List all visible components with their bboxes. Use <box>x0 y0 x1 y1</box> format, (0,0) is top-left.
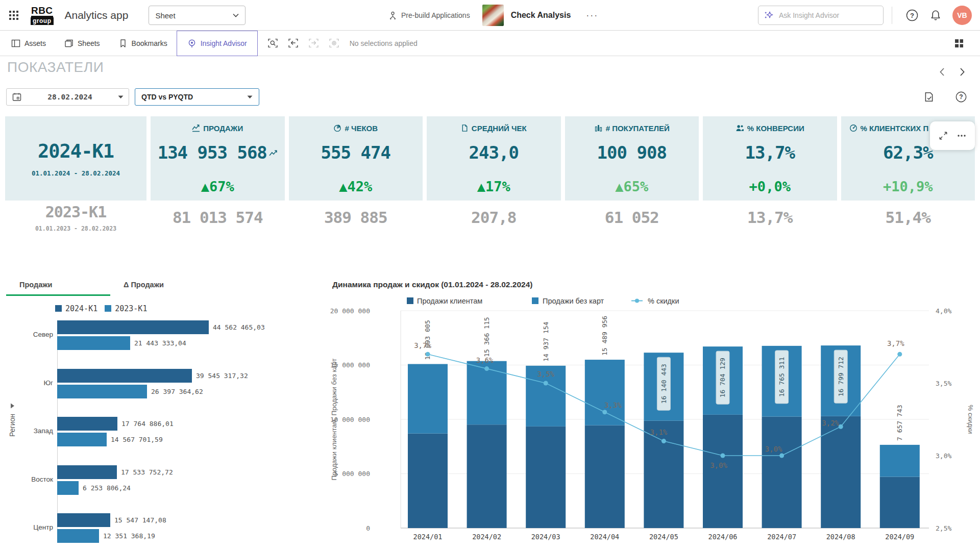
bar-2023-2[interactable] <box>57 433 107 446</box>
bar-clients-2[interactable] <box>526 427 566 528</box>
expand-icon[interactable] <box>937 130 949 142</box>
bar-total-label: 14 937 154 <box>542 321 550 361</box>
discount-point-0[interactable] <box>426 352 430 357</box>
bar-2023-1[interactable] <box>57 385 147 398</box>
kpi-title: ПРОДАЖИ <box>192 119 243 137</box>
tab-sheets[interactable]: Sheets <box>55 31 109 56</box>
app-thumbnail[interactable] <box>482 5 504 26</box>
bar-2024-0[interactable] <box>57 320 209 334</box>
legend-item[interactable]: 2024-К1 <box>55 304 97 313</box>
y-right-tick: 3,0% <box>936 452 951 460</box>
sheet-grid-icon[interactable] <box>951 36 967 51</box>
bar-clients-6[interactable] <box>762 417 802 528</box>
discount-point-6[interactable] <box>779 454 784 458</box>
network-icon <box>388 11 398 20</box>
bar-2024-3[interactable] <box>57 465 117 479</box>
kpi-delta: +0,0% <box>749 180 791 193</box>
discount-point-4[interactable] <box>662 439 666 443</box>
date-picker[interactable]: 28.02.2024 <box>6 88 129 106</box>
kpi-prior-value-1: 81 013 574 <box>151 203 285 248</box>
discount-point-1[interactable] <box>484 366 489 371</box>
bar-clients-8[interactable] <box>880 477 920 528</box>
kpi-prior-value-6: 51,4% <box>841 203 975 248</box>
kpi-tile-5[interactable]: % КОНВЕРСИИ 13,7% +0,0% <box>703 116 837 201</box>
help-circle-icon[interactable]: ? <box>954 90 968 104</box>
category-label: Центр <box>6 523 53 531</box>
bar-2023-4[interactable] <box>57 529 99 543</box>
kpi-prior-value-5: 13,7% <box>703 203 837 248</box>
kpi-tile-2[interactable]: # ЧЕКОВ 555 474 ▲42% <box>289 116 423 201</box>
bar-2023-3[interactable] <box>57 481 79 495</box>
bar-clients-3[interactable] <box>585 425 625 528</box>
search-input[interactable] <box>779 11 871 19</box>
app-window: RBC group Analytics app Sheet Pre-build … <box>0 0 980 551</box>
discount-point-8[interactable] <box>897 352 902 357</box>
notifications-bell-icon[interactable] <box>928 8 943 23</box>
bar-2024-4[interactable] <box>57 513 110 527</box>
chart-title: Динамика продаж и скидок (01.01.2024 - 2… <box>332 280 532 289</box>
bar-clients-4[interactable] <box>644 421 683 528</box>
y-left-tick: 20 000 000 <box>330 307 370 315</box>
svg-text:Продажи без карт[interactable]: Продажи без карт <box>543 297 604 305</box>
divider <box>892 7 892 24</box>
y-right-tick: 4,0% <box>936 307 951 315</box>
x-tick-label: 2024/01 <box>413 533 443 541</box>
discount-point-5[interactable] <box>721 454 725 458</box>
app-launcher-icon[interactable] <box>7 9 20 22</box>
bar-clients-1[interactable] <box>467 424 507 528</box>
discount-label: 3,6% <box>476 356 494 364</box>
user-avatar[interactable]: VB <box>952 6 972 25</box>
sheet-selector[interactable]: Sheet <box>149 6 246 25</box>
insight-advisor-search[interactable] <box>758 6 884 25</box>
legend-swatch[interactable] <box>407 297 413 304</box>
discount-point-2[interactable] <box>544 381 548 386</box>
tab-sales[interactable]: Продажи <box>6 278 110 296</box>
selections-search-icon[interactable] <box>263 31 283 56</box>
discount-point-3[interactable] <box>602 410 607 414</box>
undo-selection-icon[interactable] <box>283 31 304 56</box>
legend-item[interactable]: 2023-К1 <box>105 304 147 313</box>
bar-clients-5[interactable] <box>703 415 743 528</box>
bar-nocard-0[interactable] <box>408 364 448 434</box>
bar-clients-7[interactable] <box>821 416 861 528</box>
kpi-delta: ▲67% <box>201 180 234 193</box>
tab-insight-advisor[interactable]: Insight Advisor <box>177 31 258 56</box>
more-menu-button[interactable]: ··· <box>586 10 598 21</box>
comparison-select[interactable]: QTD vs PYQTD <box>135 88 259 106</box>
bar-clients-0[interactable] <box>408 434 448 528</box>
bar-nocard-3[interactable] <box>585 360 625 425</box>
bar-nocard-8[interactable] <box>880 445 920 477</box>
next-sheet-icon[interactable] <box>955 65 969 79</box>
kpi-tile-3[interactable]: СРЕДНИЙ ЧЕК 243,0 ▲17% <box>427 116 561 201</box>
bar-2024-2[interactable] <box>57 417 117 431</box>
bar-total-label: 16 765 311 <box>778 357 786 397</box>
kpi-value: 100 908 <box>597 144 667 161</box>
help-icon[interactable]: ? <box>904 8 920 23</box>
svg-text:Продажи клиентам[interactable]: Продажи клиентам <box>417 297 482 305</box>
bar-2023-0[interactable] <box>57 336 130 350</box>
prev-sheet-icon[interactable] <box>935 65 948 79</box>
kpi-tile-4[interactable]: # ПОКУПАТЕЛЕЙ 100 908 ▲65% <box>565 116 699 201</box>
y-left-axis-title: Продажи клиентам, Продажи без карт <box>330 359 338 481</box>
kpi-value: 13,7% <box>745 144 795 161</box>
prebuild-applications-link[interactable]: Pre-build Applications <box>388 11 470 20</box>
discount-label: 3,5% <box>537 370 554 378</box>
kpi-delta: ▲65% <box>615 180 648 193</box>
sheet-action-icon[interactable] <box>922 90 936 104</box>
tab-assets[interactable]: Assets <box>2 31 55 56</box>
tile-more-icon[interactable] <box>955 130 968 142</box>
bar-2024-1[interactable] <box>57 369 192 383</box>
discount-label: 3,7% <box>887 339 904 347</box>
svg-text:?: ? <box>959 93 963 101</box>
y-right-tick: 2,5% <box>936 524 951 532</box>
insight-advisor-icon <box>187 39 197 48</box>
legend-swatch <box>105 305 111 312</box>
tab-delta-sales[interactable]: Δ Продажи <box>110 278 214 296</box>
legend-swatch[interactable] <box>532 297 538 304</box>
kpi-tile-1[interactable]: ПРОДАЖИ 134 953 568 ▲67% <box>151 116 285 201</box>
left-chart-legend: 2024-К12023-К1 <box>55 304 147 313</box>
tab-bookmarks[interactable]: Bookmarks <box>109 31 177 56</box>
svg-text:% скидки[interactable]: % скидки <box>648 297 679 305</box>
bar-value-label: 6 253 806,24 <box>83 481 131 495</box>
clear-selections-icon <box>324 31 345 56</box>
